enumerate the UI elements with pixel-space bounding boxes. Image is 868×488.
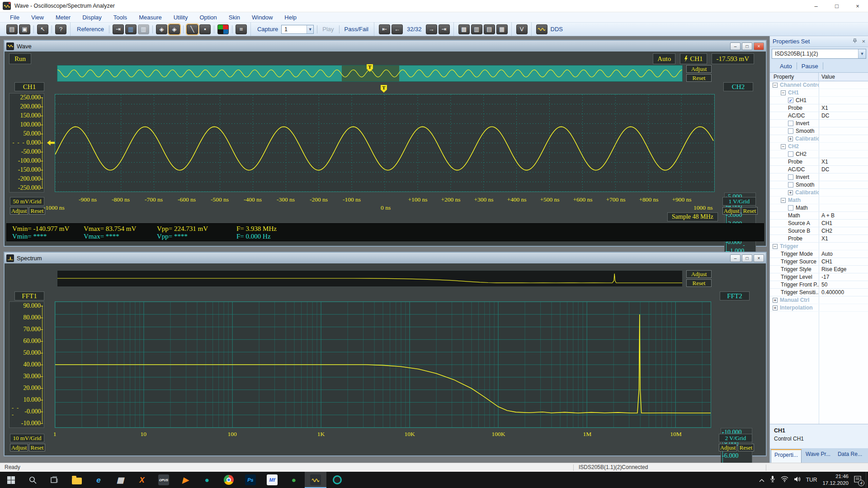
tab-wave-pr-[interactable]: Wave Pr... <box>802 449 834 463</box>
value-cell[interactable]: 0.400000 <box>819 289 844 296</box>
tab-data-re-[interactable]: Data Re... <box>835 449 865 463</box>
next-frame-button[interactable]: → <box>426 24 437 34</box>
list-view-button[interactable]: ≡ <box>236 24 247 34</box>
property-row-probe[interactable]: ProbeX1 <box>770 158 868 166</box>
property-row-smooth[interactable]: Smooth <box>770 127 868 135</box>
checkbox-unchecked[interactable] <box>788 174 793 180</box>
trigger-mode-badge[interactable]: Auto <box>653 53 675 64</box>
value-cell[interactable]: A + B <box>819 212 835 219</box>
ch1-reset-button[interactable]: Reset <box>29 207 45 215</box>
property-row-trigger[interactable]: −Trigger <box>770 243 868 250</box>
taskbar-app-app-ring[interactable] <box>326 472 348 488</box>
expand-icon[interactable]: + <box>773 305 778 310</box>
minimize-button[interactable]: – <box>806 0 826 12</box>
menu-file[interactable]: File <box>10 14 19 21</box>
value-column-header[interactable]: Value <box>819 74 835 80</box>
menu-view[interactable]: View <box>31 14 44 21</box>
property-row-math[interactable]: MathA + B <box>770 212 868 220</box>
last-frame-button[interactable]: ⇥ <box>439 24 450 34</box>
cascade-windows-button[interactable]: ▩ <box>458 24 470 34</box>
value-cell[interactable]: X1 <box>819 159 828 165</box>
open-file-button[interactable]: ▤ <box>6 24 18 34</box>
spectrum-overview-reset-button[interactable]: Reset <box>686 279 712 287</box>
pointer-tool-button[interactable]: ↖ <box>37 24 48 34</box>
value-cell[interactable]: -17 <box>819 274 829 280</box>
property-row-trigger-sensiti-[interactable]: Trigger Sensiti...0.400000 <box>770 289 868 296</box>
property-row-ac-dc[interactable]: AC/DCDC <box>770 166 868 174</box>
maximize-button[interactable]: □ <box>826 0 847 12</box>
ch2-axis-header[interactable]: CH2 <box>723 82 753 91</box>
close-button[interactable]: × <box>847 0 868 12</box>
search-button[interactable] <box>22 472 43 488</box>
ch1-adjust-button[interactable]: Adjust <box>10 207 28 215</box>
overview-reset-button[interactable]: Reset <box>686 74 712 82</box>
xy-view-button[interactable]: ◈ <box>156 24 167 34</box>
collapse-icon[interactable]: − <box>781 198 786 203</box>
wave-maximize-button[interactable]: □ <box>742 42 752 50</box>
save-button[interactable]: ▣ <box>19 24 30 34</box>
panel-close-icon[interactable]: × <box>862 38 865 45</box>
wifi-icon[interactable] <box>781 476 788 484</box>
property-row-calibration[interactable]: +Calibration <box>770 135 868 143</box>
capture-select[interactable]: 1▼ <box>281 25 314 34</box>
notification-center-icon[interactable]: 4 <box>854 476 861 484</box>
microphone-icon[interactable] <box>770 475 775 484</box>
checkbox-unchecked[interactable] <box>788 151 793 157</box>
property-row-trigger-level[interactable]: Trigger Level-17 <box>770 273 868 281</box>
prev-frame-button[interactable]: ← <box>392 24 403 34</box>
property-row-math[interactable]: Math <box>770 204 868 212</box>
value-cell[interactable]: 50 <box>819 282 827 288</box>
value-cell[interactable]: CH2 <box>819 228 832 234</box>
taskbar-app-app-teal[interactable]: ● <box>196 472 218 488</box>
menu-skin[interactable]: Skin <box>229 14 240 21</box>
collapse-icon[interactable]: − <box>781 144 786 149</box>
color-settings-button[interactable] <box>217 24 229 34</box>
property-row-invert[interactable]: Invert <box>770 120 868 127</box>
value-cell[interactable]: CH1 <box>819 220 832 226</box>
taskbar-app-app-gray[interactable]: ▦ <box>109 472 131 488</box>
tile-vertical-button[interactable]: ▥ <box>471 24 482 34</box>
taskbar-app-edge[interactable]: e <box>88 472 109 488</box>
property-row-ch2[interactable]: −CH2 <box>770 143 868 150</box>
menu-meter[interactable]: Meter <box>56 14 71 21</box>
property-row-trigger-style[interactable]: Trigger StyleRise Edge <box>770 266 868 273</box>
voltmeter-button[interactable]: V <box>516 24 528 34</box>
checkbox-unchecked[interactable] <box>788 205 793 211</box>
show-desktop-button[interactable] <box>866 472 868 488</box>
taskbar-app-opus[interactable]: OPUS <box>153 472 175 488</box>
property-row-invert[interactable]: Invert <box>770 174 868 181</box>
spectrum-close-button[interactable]: × <box>754 254 764 262</box>
value-cell[interactable]: Auto <box>819 251 833 257</box>
columns-view-button[interactable]: ▥ <box>125 24 137 34</box>
start-button[interactable] <box>0 472 22 488</box>
ch2-adjust-button[interactable]: Adjust <box>722 207 741 215</box>
fft1-axis-header[interactable]: FFT1 <box>14 291 44 300</box>
property-row-source-b[interactable]: Source BCH2 <box>770 227 868 235</box>
property-row-calibration[interactable]: +Calibration <box>770 189 868 197</box>
menu-window[interactable]: Window <box>252 14 273 21</box>
property-row-ac-dc[interactable]: AC/DCDC <box>770 112 868 120</box>
taskbar-app-wave-analyzer[interactable] <box>305 472 326 488</box>
checkbox-unchecked[interactable] <box>788 128 793 134</box>
collapse-icon[interactable]: − <box>773 83 778 88</box>
tile-horizontal-button[interactable]: ▤ <box>484 24 495 34</box>
trigger-level-marker[interactable] <box>47 140 55 145</box>
clock[interactable]: 21:46 17.12.2020 <box>822 473 849 487</box>
taskbar-app-app-x[interactable]: X <box>131 472 153 488</box>
dds-button[interactable] <box>536 24 547 34</box>
taskbar-app-file-explorer[interactable] <box>66 472 88 488</box>
ch2-reset-button[interactable]: Reset <box>741 207 758 215</box>
spectrum-maximize-button[interactable]: □ <box>742 254 752 262</box>
fft2-reset-button[interactable]: Reset <box>738 444 754 451</box>
device-select[interactable]: ISDS205B(1.1)(2) ▼ <box>772 49 866 59</box>
overview-adjust-button[interactable]: Adjust <box>686 65 712 73</box>
taskbar-app-media-player[interactable]: ▶ <box>175 472 196 488</box>
property-row-trigger-front-p-[interactable]: Trigger Front P...50 <box>770 281 868 289</box>
dot-draw-mode-button[interactable]: ▪ <box>199 24 211 34</box>
taskbar-app-app-green[interactable]: ● <box>283 472 305 488</box>
property-row-probe[interactable]: ProbeX1 <box>770 235 868 243</box>
wave-overview-strip[interactable]: T <box>57 65 683 82</box>
menu-tools[interactable]: Tools <box>113 14 127 21</box>
property-column-header[interactable]: Property <box>770 73 819 81</box>
spectrum-window-titlebar[interactable]: Spectrum – □ × <box>5 253 766 263</box>
